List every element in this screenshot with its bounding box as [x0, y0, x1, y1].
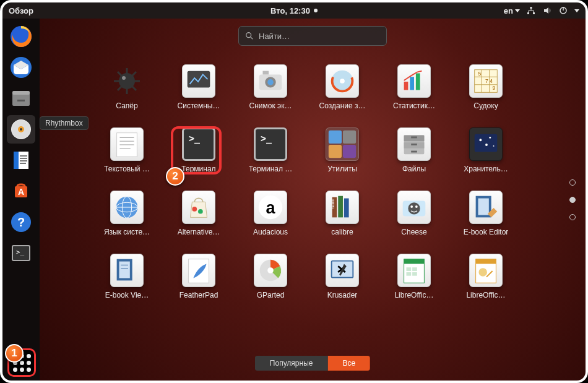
svg-rect-102	[406, 267, 411, 271]
lang-icon	[110, 191, 144, 224]
app-label: Cheese	[401, 228, 426, 236]
keyboard-layout-indicator[interactable]: en	[504, 6, 520, 15]
svg-rect-59	[343, 131, 356, 144]
svg-point-87	[410, 205, 413, 208]
app-camera[interactable]: Снимок эк…	[237, 62, 304, 125]
svg-text:A: A	[18, 187, 24, 197]
app-label: FeatherPad	[179, 291, 218, 299]
lo-draw-icon	[469, 254, 503, 287]
app-books[interactable]: CALIBREcalibre	[309, 188, 376, 251]
app-bag[interactable]: Alternative…	[165, 188, 232, 251]
search-box[interactable]: Найти…	[238, 26, 387, 46]
system-menu-chevron-icon[interactable]	[574, 9, 579, 12]
power-icon[interactable]	[558, 6, 568, 15]
app-disk[interactable]: Создание з…	[309, 62, 376, 125]
app-terminal[interactable]: Терминал …	[237, 125, 304, 188]
svg-rect-60	[329, 145, 342, 158]
app-sudoku[interactable]: 57 49Судоку	[452, 62, 519, 125]
svg-rect-0	[527, 12, 529, 14]
app-ebookview[interactable]: E-book Vie…	[93, 251, 160, 314]
dock-item-help[interactable]: ?	[7, 208, 35, 236]
svg-rect-103	[412, 267, 417, 271]
folder-icon	[326, 127, 359, 161]
app-chart[interactable]: Статистик…	[381, 62, 447, 125]
dock-item-software[interactable]: A	[7, 177, 35, 205]
app-folder[interactable]: Утилиты	[309, 125, 376, 188]
svg-point-70	[489, 137, 491, 139]
app-drawer[interactable]: Файлы	[381, 125, 447, 188]
camera-icon	[254, 64, 287, 98]
svg-line-27	[251, 37, 253, 40]
app-label: Утилиты	[327, 165, 357, 173]
app-gparted[interactable]: GParted	[237, 251, 304, 314]
svg-rect-92	[119, 262, 129, 278]
app-monitor[interactable]: Системны…	[165, 62, 232, 125]
app-krusader[interactable]: Krusader	[309, 251, 376, 314]
app-lo-calc[interactable]: LibreOffic…	[381, 251, 447, 314]
svg-rect-16	[20, 155, 27, 157]
svg-text:?: ?	[17, 215, 25, 229]
svg-rect-2	[530, 7, 532, 9]
tab-frequent[interactable]: Популярные	[255, 356, 328, 371]
krusader-icon	[326, 254, 359, 287]
svg-point-26	[246, 33, 251, 38]
network-icon[interactable]	[526, 6, 536, 15]
dock-item-libreoffice-writer[interactable]	[7, 146, 35, 174]
app-feather[interactable]: FeatherPad	[165, 251, 232, 314]
app-label: Терминал	[181, 165, 215, 173]
svg-text:a: a	[266, 199, 276, 217]
svg-point-41	[340, 79, 345, 84]
svg-rect-34	[188, 71, 210, 88]
svg-point-72	[493, 145, 495, 147]
app-label: Снимок эк…	[249, 101, 292, 110]
svg-point-37	[267, 79, 274, 85]
applications-overview: Найти… СапёрСистемны…Снимок эк…Создание …	[40, 19, 586, 381]
gparted-icon	[254, 254, 287, 287]
dock-item-firefox[interactable]	[7, 22, 35, 51]
svg-point-97	[267, 267, 274, 273]
app-label: GParted	[257, 291, 285, 299]
app-label: Текстовый …	[104, 165, 150, 173]
clock[interactable]: Вто, 12:30	[270, 6, 318, 15]
search-icon	[245, 32, 254, 40]
dock-item-files[interactable]	[7, 84, 35, 113]
disk-icon	[326, 64, 359, 98]
pager-dot-1[interactable]	[569, 197, 576, 203]
app-ebookedit[interactable]: E-book Editor	[452, 188, 519, 251]
app-audacious[interactable]: aAudacious	[237, 188, 304, 251]
chart-icon	[397, 64, 431, 98]
dock-item-rhythmbox[interactable]	[7, 115, 35, 144]
workspace-pager	[569, 179, 576, 220]
ebookview-icon	[110, 254, 144, 287]
audacious-icon: a	[254, 191, 287, 224]
svg-text:>_: >_	[16, 248, 25, 256]
svg-text:9: 9	[493, 85, 496, 91]
app-editor[interactable]: Текстовый …	[93, 125, 160, 188]
app-label: Файлы	[402, 165, 426, 173]
volume-icon[interactable]	[542, 6, 552, 15]
app-lo-draw[interactable]: LibreOffic…	[452, 251, 519, 314]
dock-item-terminal[interactable]: >_	[7, 239, 35, 267]
app-label: Krusader	[327, 291, 358, 299]
app-label: LibreOffic…	[394, 291, 433, 299]
drawer-icon	[397, 127, 431, 161]
svg-rect-64	[404, 142, 425, 148]
monitor-icon	[182, 64, 215, 98]
lo-calc-icon	[397, 254, 431, 287]
app-label: Язык систе…	[104, 228, 150, 236]
svg-rect-43	[410, 77, 414, 90]
top-bar: Обзор Вто, 12:30 en	[2, 2, 586, 19]
pager-dot-0[interactable]	[569, 179, 576, 186]
svg-rect-8	[12, 91, 30, 95]
app-lang[interactable]: Язык систе…	[93, 188, 160, 251]
app-mine[interactable]: Сапёр	[93, 62, 160, 125]
dock-item-thunderbird[interactable]	[7, 53, 35, 82]
tab-all[interactable]: Все	[327, 356, 370, 371]
svg-rect-42	[404, 82, 409, 90]
app-screensaver[interactable]: Хранитель…	[452, 125, 519, 188]
pager-dot-2[interactable]	[569, 214, 576, 220]
app-label: E-book Editor	[464, 228, 509, 236]
svg-rect-61	[343, 145, 356, 158]
activities-button[interactable]: Обзор	[9, 6, 33, 15]
app-cheese[interactable]: Cheese	[381, 188, 447, 251]
